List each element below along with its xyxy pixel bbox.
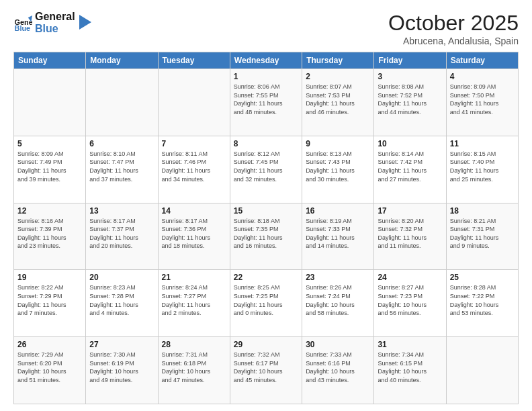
calendar-body: 1Sunrise: 8:06 AM Sunset: 7:55 PM Daylig… <box>14 69 519 404</box>
calendar-header: Sunday Monday Tuesday Wednesday Thursday… <box>14 52 519 69</box>
col-wednesday: Wednesday <box>230 52 302 69</box>
calendar-week-4: 26Sunrise: 7:29 AM Sunset: 6:20 PM Dayli… <box>14 337 519 404</box>
day-info: Sunrise: 7:31 AM Sunset: 6:18 PM Dayligh… <box>162 351 226 384</box>
day-info: Sunrise: 8:17 AM Sunset: 7:36 PM Dayligh… <box>162 217 226 250</box>
calendar: Sunday Monday Tuesday Wednesday Thursday… <box>13 52 519 404</box>
day-info: Sunrise: 8:08 AM Sunset: 7:52 PM Dayligh… <box>378 83 442 116</box>
day-number: 31 <box>378 340 442 349</box>
header-row: Sunday Monday Tuesday Wednesday Thursday… <box>14 52 519 69</box>
calendar-cell: 12Sunrise: 8:16 AM Sunset: 7:39 PM Dayli… <box>14 203 86 270</box>
day-info: Sunrise: 8:09 AM Sunset: 7:49 PM Dayligh… <box>17 150 82 183</box>
calendar-cell: 31Sunrise: 7:34 AM Sunset: 6:15 PM Dayli… <box>374 337 446 404</box>
calendar-cell: 30Sunrise: 7:33 AM Sunset: 6:16 PM Dayli… <box>302 337 374 404</box>
day-info: Sunrise: 8:19 AM Sunset: 7:33 PM Dayligh… <box>306 217 370 250</box>
day-info: Sunrise: 8:18 AM Sunset: 7:35 PM Dayligh… <box>234 217 298 250</box>
day-number: 2 <box>306 72 370 81</box>
day-number: 10 <box>378 139 442 148</box>
svg-marker-3 <box>79 15 91 30</box>
logo: General Blue General Blue <box>13 11 91 36</box>
calendar-cell: 20Sunrise: 8:23 AM Sunset: 7:28 PM Dayli… <box>86 270 158 337</box>
calendar-cell: 28Sunrise: 7:31 AM Sunset: 6:18 PM Dayli… <box>158 337 230 404</box>
day-number: 29 <box>234 340 298 349</box>
calendar-cell: 19Sunrise: 8:22 AM Sunset: 7:29 PM Dayli… <box>14 270 86 337</box>
calendar-cell: 27Sunrise: 7:30 AM Sunset: 6:19 PM Dayli… <box>86 337 158 404</box>
calendar-week-2: 12Sunrise: 8:16 AM Sunset: 7:39 PM Dayli… <box>14 203 519 270</box>
calendar-cell: 10Sunrise: 8:14 AM Sunset: 7:42 PM Dayli… <box>374 136 446 203</box>
day-info: Sunrise: 8:20 AM Sunset: 7:32 PM Dayligh… <box>378 217 442 250</box>
day-number: 27 <box>89 340 154 349</box>
day-info: Sunrise: 7:34 AM Sunset: 6:15 PM Dayligh… <box>378 351 442 384</box>
col-monday: Monday <box>86 52 158 69</box>
day-info: Sunrise: 8:12 AM Sunset: 7:45 PM Dayligh… <box>234 150 298 183</box>
logo-icon: General Blue <box>13 13 32 32</box>
day-number: 9 <box>306 139 370 148</box>
calendar-cell: 29Sunrise: 7:32 AM Sunset: 6:17 PM Dayli… <box>230 337 302 404</box>
calendar-cell: 23Sunrise: 8:26 AM Sunset: 7:24 PM Dayli… <box>302 270 374 337</box>
day-number: 8 <box>234 139 298 148</box>
day-number: 22 <box>234 273 298 282</box>
day-info: Sunrise: 8:16 AM Sunset: 7:39 PM Dayligh… <box>17 217 82 250</box>
day-number: 23 <box>306 273 370 282</box>
day-info: Sunrise: 8:09 AM Sunset: 7:50 PM Dayligh… <box>450 83 515 116</box>
day-info: Sunrise: 8:21 AM Sunset: 7:31 PM Dayligh… <box>450 217 515 250</box>
calendar-week-0: 1Sunrise: 8:06 AM Sunset: 7:55 PM Daylig… <box>14 69 519 136</box>
col-tuesday: Tuesday <box>158 52 230 69</box>
day-number: 20 <box>89 273 154 282</box>
day-info: Sunrise: 8:26 AM Sunset: 7:24 PM Dayligh… <box>306 283 370 317</box>
day-number: 17 <box>378 206 442 216</box>
day-info: Sunrise: 8:22 AM Sunset: 7:29 PM Dayligh… <box>17 283 82 317</box>
day-info: Sunrise: 7:29 AM Sunset: 6:20 PM Dayligh… <box>17 351 82 384</box>
day-number: 14 <box>162 206 226 216</box>
svg-text:Blue: Blue <box>15 25 31 33</box>
calendar-cell: 7Sunrise: 8:11 AM Sunset: 7:46 PM Daylig… <box>158 136 230 203</box>
calendar-cell: 11Sunrise: 8:15 AM Sunset: 7:40 PM Dayli… <box>446 136 518 203</box>
day-number: 5 <box>17 139 82 148</box>
calendar-cell <box>158 69 230 136</box>
calendar-cell: 6Sunrise: 8:10 AM Sunset: 7:47 PM Daylig… <box>86 136 158 203</box>
calendar-cell <box>14 69 86 136</box>
calendar-cell <box>446 337 518 404</box>
logo-arrow-icon <box>79 15 91 30</box>
calendar-cell: 8Sunrise: 8:12 AM Sunset: 7:45 PM Daylig… <box>230 136 302 203</box>
day-info: Sunrise: 8:14 AM Sunset: 7:42 PM Dayligh… <box>378 150 442 183</box>
header: General Blue General Blue October 2025 A… <box>13 11 519 46</box>
calendar-cell: 15Sunrise: 8:18 AM Sunset: 7:35 PM Dayli… <box>230 203 302 270</box>
calendar-cell: 18Sunrise: 8:21 AM Sunset: 7:31 PM Dayli… <box>446 203 518 270</box>
day-number: 1 <box>234 72 298 81</box>
calendar-cell: 5Sunrise: 8:09 AM Sunset: 7:49 PM Daylig… <box>14 136 86 203</box>
day-info: Sunrise: 7:32 AM Sunset: 6:17 PM Dayligh… <box>234 351 298 384</box>
day-number: 30 <box>306 340 370 349</box>
calendar-cell: 2Sunrise: 8:07 AM Sunset: 7:53 PM Daylig… <box>302 69 374 136</box>
day-number: 26 <box>17 340 82 349</box>
day-number: 15 <box>234 206 298 216</box>
calendar-cell: 17Sunrise: 8:20 AM Sunset: 7:32 PM Dayli… <box>374 203 446 270</box>
day-number: 21 <box>162 273 226 282</box>
day-number: 12 <box>17 206 82 216</box>
col-sunday: Sunday <box>14 52 86 69</box>
day-number: 6 <box>89 139 154 148</box>
day-info: Sunrise: 8:15 AM Sunset: 7:40 PM Dayligh… <box>450 150 515 183</box>
location: Abrucena, Andalusia, Spain <box>388 36 519 46</box>
day-info: Sunrise: 8:13 AM Sunset: 7:43 PM Dayligh… <box>306 150 370 183</box>
logo-blue: Blue <box>35 23 75 35</box>
day-info: Sunrise: 8:11 AM Sunset: 7:46 PM Dayligh… <box>162 150 226 183</box>
day-number: 24 <box>378 273 442 282</box>
day-number: 7 <box>162 139 226 148</box>
day-number: 16 <box>306 206 370 216</box>
logo-general: General <box>35 11 75 23</box>
day-number: 19 <box>17 273 82 282</box>
calendar-week-1: 5Sunrise: 8:09 AM Sunset: 7:49 PM Daylig… <box>14 136 519 203</box>
day-info: Sunrise: 8:24 AM Sunset: 7:27 PM Dayligh… <box>162 283 226 317</box>
calendar-cell: 13Sunrise: 8:17 AM Sunset: 7:37 PM Dayli… <box>86 203 158 270</box>
day-number: 18 <box>450 206 515 216</box>
calendar-cell: 4Sunrise: 8:09 AM Sunset: 7:50 PM Daylig… <box>446 69 518 136</box>
calendar-cell: 25Sunrise: 8:28 AM Sunset: 7:22 PM Dayli… <box>446 270 518 337</box>
day-info: Sunrise: 7:33 AM Sunset: 6:16 PM Dayligh… <box>306 351 370 384</box>
calendar-cell <box>86 69 158 136</box>
page: General Blue General Blue October 2025 A… <box>0 0 532 411</box>
calendar-cell: 14Sunrise: 8:17 AM Sunset: 7:36 PM Dayli… <box>158 203 230 270</box>
day-info: Sunrise: 8:25 AM Sunset: 7:25 PM Dayligh… <box>234 283 298 317</box>
calendar-cell: 22Sunrise: 8:25 AM Sunset: 7:25 PM Dayli… <box>230 270 302 337</box>
day-number: 4 <box>450 72 515 81</box>
calendar-cell: 26Sunrise: 7:29 AM Sunset: 6:20 PM Dayli… <box>14 337 86 404</box>
